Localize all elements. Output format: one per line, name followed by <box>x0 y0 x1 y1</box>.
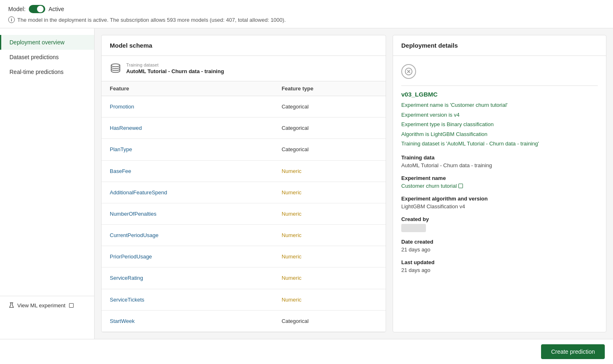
database-icon <box>110 63 121 74</box>
sidebar: Deployment overview Dataset predictions … <box>0 28 95 339</box>
model-status-text: Active <box>49 6 64 12</box>
feature-name-cell: CurrentPeriodUsage <box>102 225 273 246</box>
table-row: NumberOfPenaltiesNumeric <box>102 203 386 224</box>
sidebar-item-real-time-predictions[interactable]: Real-time predictions <box>0 65 94 79</box>
col-feature: Feature <box>102 81 273 96</box>
detail-line: Experiment version is v4 <box>401 111 598 119</box>
table-row: StartWeekCategorical <box>102 310 386 332</box>
model-schema-title: Model schema <box>102 35 386 56</box>
detail-line: Experiment type is Binary classification <box>401 120 598 129</box>
deployment-details-panel: Deployment details v03_LGBMC <box>393 35 606 332</box>
table-row: PlanTypeCategorical <box>102 139 386 160</box>
info-text: The model in the deployment is active. T… <box>17 17 286 23</box>
info-bar: i The model in the deployment is active.… <box>8 16 605 23</box>
feature-name-cell: ServiceTickets <box>102 289 273 310</box>
feature-name-cell: ServiceRating <box>102 267 273 289</box>
flask-icon <box>8 302 15 309</box>
detail-line: Training dataset is 'AutoML Tutorial - C… <box>401 140 598 148</box>
details-divider <box>401 85 598 86</box>
detail-line: Algorithm is LightGBM Classification <box>401 130 598 138</box>
feature-type-cell: Numeric <box>273 203 386 224</box>
detail-sections-container: Training dataAutoML Tutorial - Churn dat… <box>401 154 598 273</box>
feature-name-cell: HasRenewed <box>102 117 273 139</box>
feature-type-cell: Categorical <box>273 310 386 332</box>
feature-name-cell: PlanType <box>102 139 273 160</box>
detail-section-label: Last updated <box>401 259 598 265</box>
training-dataset-section: Training dataset AutoML Tutorial - Churn… <box>102 56 386 81</box>
model-toggle[interactable] <box>29 5 45 13</box>
model-status-row: Model: Active <box>8 5 605 13</box>
feature-type-cell: Categorical <box>273 96 386 117</box>
table-row: PromotionCategorical <box>102 96 386 117</box>
model-name-heading: v03_LGBMC <box>401 91 598 98</box>
top-bar: Model: Active i The model in the deploym… <box>0 0 613 28</box>
feature-name-cell: StartWeek <box>102 310 273 332</box>
detail-section: Experiment algorithm and versionLightGBM… <box>401 196 598 210</box>
feature-type-cell: Categorical <box>273 117 386 139</box>
detail-section: Date created21 days ago <box>401 239 598 253</box>
detail-section-value: 21 days ago <box>401 247 598 253</box>
sidebar-item-dataset-predictions[interactable]: Dataset predictions <box>0 50 94 65</box>
training-dataset-info: Training dataset AutoML Tutorial - Churn… <box>126 62 224 74</box>
training-dataset-name: AutoML Tutorial - Churn data - training <box>126 68 224 74</box>
detail-section-value: LightGBM Classification v4 <box>401 203 598 210</box>
avatar <box>401 224 426 232</box>
external-link-icon <box>458 184 463 188</box>
sidebar-item-deployment-overview[interactable]: Deployment overview <box>0 35 94 50</box>
content-area: Model schema Training dataset AutoML Tut… <box>95 28 613 339</box>
feature-name-cell: PriorPeriodUsage <box>102 246 273 267</box>
deployment-details-title: Deployment details <box>393 35 606 56</box>
detail-section-label: Created by <box>401 216 598 222</box>
footer-bar: Create prediction <box>0 339 613 364</box>
feature-type-cell: Numeric <box>273 225 386 246</box>
feature-type-cell: Numeric <box>273 182 386 203</box>
toggle-knob <box>37 6 44 12</box>
model-schema-panel: Model schema Training dataset AutoML Tut… <box>101 35 386 332</box>
feature-type-cell: Numeric <box>273 289 386 310</box>
external-link-icon <box>69 303 74 308</box>
details-content: v03_LGBMC Experiment name is 'Customer c… <box>393 56 606 332</box>
svg-point-0 <box>111 64 120 67</box>
feature-name-cell: AdditionalFeatureSpend <box>102 182 273 203</box>
detail-section-label: Experiment algorithm and version <box>401 196 598 202</box>
table-row: HasRenewedCategorical <box>102 117 386 139</box>
feature-type-cell: Numeric <box>273 160 386 182</box>
create-prediction-button[interactable]: Create prediction <box>541 344 605 359</box>
view-experiment-label: View ML experiment <box>17 302 65 309</box>
model-icon-row <box>401 64 598 79</box>
detail-section-value[interactable]: Customer churn tutorial <box>401 183 598 189</box>
feature-type-cell: Numeric <box>273 267 386 289</box>
table-row: ServiceTicketsNumeric <box>102 289 386 310</box>
detail-section: Last updated21 days ago <box>401 259 598 273</box>
schema-table: Feature Feature type PromotionCategorica… <box>102 81 386 332</box>
feature-name-cell: Promotion <box>102 96 273 117</box>
detail-section: Created by <box>401 216 598 232</box>
feature-type-cell: Numeric <box>273 246 386 267</box>
detail-lines-container: Experiment name is 'Customer churn tutor… <box>401 101 598 148</box>
detail-line: Experiment name is 'Customer churn tutor… <box>401 101 598 109</box>
training-dataset-label: Training dataset <box>126 62 224 67</box>
detail-section: Training dataAutoML Tutorial - Churn dat… <box>401 154 598 168</box>
table-row: CurrentPeriodUsageNumeric <box>102 225 386 246</box>
feature-name-cell: BaseFee <box>102 160 273 182</box>
table-row: ServiceRatingNumeric <box>102 267 386 289</box>
info-icon: i <box>8 16 15 23</box>
view-ml-experiment-link[interactable]: View ML experiment <box>8 302 86 309</box>
detail-section-label: Experiment name <box>401 175 598 181</box>
detail-section: Experiment nameCustomer churn tutorial <box>401 175 598 189</box>
model-label: Model: <box>8 6 25 12</box>
detail-section-label: Training data <box>401 154 598 161</box>
table-row: BaseFeeNumeric <box>102 160 386 182</box>
feature-name-cell: NumberOfPenalties <box>102 203 273 224</box>
detail-section-label: Date created <box>401 239 598 245</box>
table-row: PriorPeriodUsageNumeric <box>102 246 386 267</box>
detail-section-value: AutoML Tutorial - Churn data - training <box>401 162 598 168</box>
feature-type-cell: Categorical <box>273 139 386 160</box>
col-feature-type: Feature type <box>273 81 386 96</box>
detail-section-value: 21 days ago <box>401 267 598 273</box>
table-row: AdditionalFeatureSpendNumeric <box>102 182 386 203</box>
model-x-icon <box>401 64 416 79</box>
